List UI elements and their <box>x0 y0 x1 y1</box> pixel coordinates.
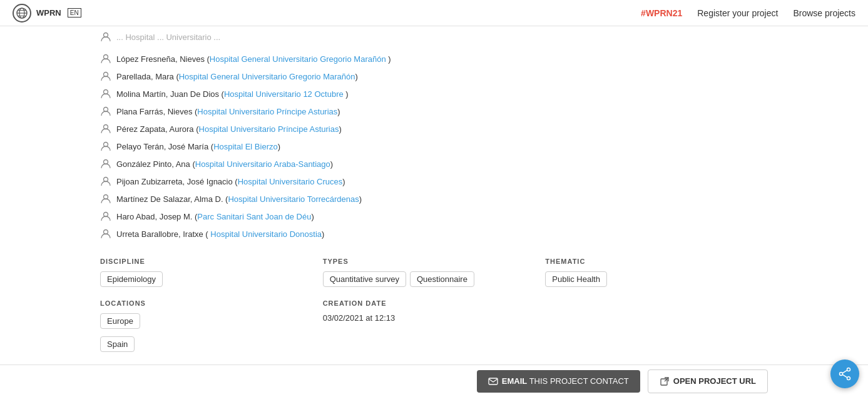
discipline-tags: Epidemiology <box>100 271 323 287</box>
locations-section: LOCATIONS Europe Spain CREATION DATE 03/… <box>100 299 768 352</box>
person-name: González Pinto, Ana (Hospital Universita… <box>116 159 333 169</box>
thematic-tags: Public Health <box>545 271 768 287</box>
types-label: TYPES <box>323 258 546 265</box>
person-icon <box>100 123 111 134</box>
person-item: Plana Farrás, Nieves (Hospital Universit… <box>100 103 768 120</box>
thematic-col: THEMATIC Public Health <box>545 258 768 287</box>
creation-label: CREATION DATE <box>323 299 546 307</box>
browse-projects-link[interactable]: Browse projects <box>793 8 855 18</box>
location-tags: Europe Spain <box>100 313 323 352</box>
person-item: Pérez Zapata, Aurora (Hospital Universit… <box>100 120 768 138</box>
person-item: Molina Martín, Juan De Dios (Hospital Un… <box>100 85 768 103</box>
svg-rect-19 <box>489 378 498 384</box>
creation-date-value: 03/02/2021 at 12:13 <box>323 313 546 323</box>
person-icon <box>100 106 111 117</box>
type-tag-quantitative[interactable]: Quantitative survey <box>323 271 406 287</box>
person-icon <box>100 158 111 169</box>
person-item-truncated: ... Hospital ... Universitario ... <box>100 26 768 44</box>
discipline-col: DISCIPLINE Epidemiology <box>100 258 323 287</box>
svg-point-24 <box>840 373 843 376</box>
person-list: López Fresneña, Nieves (Hospital General… <box>100 44 768 243</box>
person-icon <box>100 88 111 99</box>
main-content: ... Hospital ... Universitario ... López… <box>0 26 868 397</box>
person-icon <box>100 141 111 152</box>
person-name: Molina Martín, Juan De Dios (Hospital Un… <box>116 89 349 99</box>
creation-col: CREATION DATE 03/02/2021 at 12:13 <box>323 299 546 352</box>
share-icon <box>838 367 852 381</box>
person-name: Parellada, Mara (Hospital General Univer… <box>116 72 358 81</box>
person-icon <box>100 71 111 82</box>
person-name: Pelayo Terán, José María (Hospital El Bi… <box>116 142 280 151</box>
wprn-hash-link[interactable]: #WPRN21 <box>641 8 682 18</box>
svg-line-26 <box>842 374 847 378</box>
email-icon <box>488 376 498 386</box>
nav-links: #WPRN21 Register your project Browse pro… <box>641 8 855 18</box>
email-button-text: EMAIL THIS PROJECT CONTACT <box>502 376 629 386</box>
open-project-url-button[interactable]: OPEN PROJECT URL <box>648 369 768 393</box>
person-item: Urreta Barallobre, Iratxe ( Hospital Uni… <box>100 225 768 243</box>
discipline-label: DISCIPLINE <box>100 258 323 265</box>
locations-col: LOCATIONS Europe Spain <box>100 299 323 352</box>
logo-label: WPRN <box>36 8 61 18</box>
discipline-tag-epidemiology[interactable]: Epidemiology <box>100 271 163 287</box>
location-tag-spain[interactable]: Spain <box>100 336 135 352</box>
person-name: Urreta Barallobre, Iratxe ( Hospital Uni… <box>116 229 324 239</box>
person-icon <box>100 176 111 187</box>
person-icon <box>100 53 111 64</box>
footer-bar: EMAIL THIS PROJECT CONTACT OPEN PROJECT … <box>0 364 868 397</box>
thematic-tag-publichealth[interactable]: Public Health <box>545 271 607 287</box>
email-contact-button[interactable]: EMAIL THIS PROJECT CONTACT <box>477 370 640 393</box>
register-project-link[interactable]: Register your project <box>697 8 778 18</box>
person-name: Pérez Zapata, Aurora (Hospital Universit… <box>116 124 342 134</box>
share-fab-button[interactable] <box>830 359 859 388</box>
svg-line-25 <box>842 370 847 373</box>
external-link-icon <box>660 376 670 386</box>
person-item: López Fresneña, Nieves (Hospital General… <box>100 50 768 68</box>
person-item: Pijoan Zubizarreta, José Ignacio (Hospit… <box>100 173 768 190</box>
top-navigation: WPRN EN #WPRN21 Register your project Br… <box>0 0 868 26</box>
person-name: Plana Farrás, Nieves (Hospital Universit… <box>116 107 340 116</box>
person-name: Haro Abad, Josep M. (Parc Sanitari Sant … <box>116 212 314 221</box>
person-icon <box>100 31 111 43</box>
person-name: Martínez De Salazar, Alma D. (Hospital U… <box>116 194 362 204</box>
globe-icon <box>13 4 31 23</box>
types-col: TYPES Quantitative survey Questionnaire <box>323 258 546 287</box>
person-name: Pijoan Zubizarreta, José Ignacio (Hospit… <box>116 177 345 186</box>
logo-area: WPRN EN <box>13 4 81 23</box>
types-tags: Quantitative survey Questionnaire <box>323 271 546 287</box>
svg-line-21 <box>665 378 668 381</box>
thematic-label: THEMATIC <box>545 258 768 265</box>
svg-point-22 <box>847 368 850 371</box>
person-item: Haro Abad, Josep M. (Parc Sanitari Sant … <box>100 208 768 225</box>
svg-point-23 <box>847 377 850 380</box>
location-tag-europe[interactable]: Europe <box>100 313 140 329</box>
person-icon <box>100 211 111 222</box>
locations-label: LOCATIONS <box>100 299 323 307</box>
language-badge[interactable]: EN <box>68 8 81 18</box>
person-item: González Pinto, Ana (Hospital Universita… <box>100 155 768 173</box>
open-button-text: OPEN PROJECT URL <box>673 376 756 386</box>
metadata-section: DISCIPLINE Epidemiology TYPES Quantitati… <box>100 258 768 287</box>
person-name: López Fresneña, Nieves (Hospital General… <box>116 54 391 64</box>
person-item: Martínez De Salazar, Alma D. (Hospital U… <box>100 190 768 208</box>
person-icon <box>100 228 111 239</box>
type-tag-questionnaire[interactable]: Questionnaire <box>410 271 474 287</box>
person-item: Parellada, Mara (Hospital General Univer… <box>100 68 768 85</box>
person-item: Pelayo Terán, José María (Hospital El Bi… <box>100 138 768 155</box>
person-icon <box>100 193 111 204</box>
